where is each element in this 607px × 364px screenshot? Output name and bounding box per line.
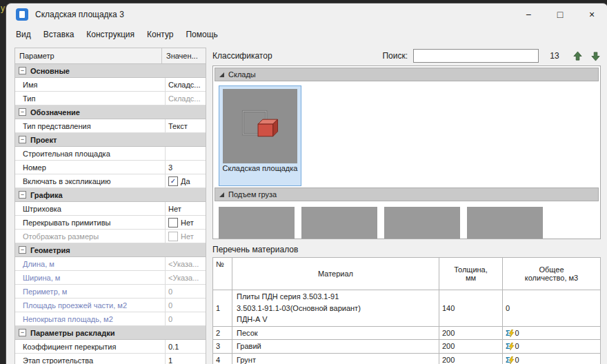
param-value[interactable]: <Указа... [166,257,206,270]
param-row[interactable]: Включать в экспликацию✓Да [15,174,206,188]
material-row[interactable]: 1Плиты ПДН серия 3.503.1-91 3.503.1-91.1… [213,290,601,327]
param-row[interactable]: Строительная площадка [15,147,206,161]
material-total[interactable]: Σ0 [503,326,601,340]
material-name[interactable]: Песок [232,326,439,340]
param-row[interactable]: Непокрытая площадь, м20 [15,312,206,326]
param-value[interactable] [166,147,206,160]
param-row[interactable]: ШтриховкаНет [15,202,206,216]
material-thickness[interactable]: 200 [439,353,503,364]
param-value[interactable]: ✓Да [166,174,206,188]
bolt-icon [509,330,514,337]
menu-item-kontur[interactable]: Контур [147,30,173,39]
param-value[interactable]: Нет [166,202,206,215]
param-value[interactable]: 0 [166,299,206,312]
minimize-button[interactable]: − [513,3,544,26]
material-num[interactable]: 1 [213,290,232,327]
material-name[interactable]: Гравий [232,340,439,354]
material-thickness[interactable]: 200 [439,326,503,340]
param-value[interactable]: 0 [166,285,206,298]
param-row[interactable]: Этап строительства1 [15,354,206,364]
classifier-tile[interactable] [219,207,295,239]
param-column-header[interactable]: Параметр [15,48,162,63]
param-row[interactable]: Длина, м<Указа... [15,257,206,271]
param-label: Перекрывать примитивы [15,216,166,229]
collapse-icon[interactable]: − [19,246,26,254]
menu-item-vid[interactable]: Вид [16,30,31,39]
param-row[interactable]: ТипСкладс... [15,92,206,105]
column-header-num[interactable]: № [213,258,232,290]
param-row[interactable]: Площадь проезжей части, м20 [15,299,206,312]
param-value[interactable]: Нет [166,216,206,229]
param-value[interactable]: Текст [166,119,206,132]
collapse-icon[interactable]: − [19,191,26,199]
param-value[interactable]: 1 [166,354,206,364]
up-arrow-icon[interactable] [573,51,583,61]
param-value[interactable]: 0 [166,312,206,325]
total-value: 0 [515,356,519,364]
param-row[interactable]: ИмяСкладс... [15,78,206,92]
group-header-podyem-gruza[interactable]: Подъем груза [215,188,599,201]
collapse-icon[interactable]: − [19,67,26,74]
material-total[interactable]: 0 [503,290,601,327]
titlebar[interactable]: Складская площадка 3 − □ × [6,3,607,26]
param-category-row[interactable]: −Основные [15,64,206,78]
down-arrow-icon[interactable] [590,51,601,61]
maximize-button[interactable]: □ [544,3,576,26]
menu-item-konstrukciya[interactable]: Конструкция [86,30,135,39]
param-category-row[interactable]: −Проект [15,133,206,147]
param-value[interactable]: Складс... [166,92,206,105]
column-header-total[interactable]: Общее количество, м3 [503,258,601,290]
checkbox[interactable]: ✓ [168,176,178,186]
param-row[interactable]: Номер3 [15,161,206,174]
collapse-icon[interactable]: − [19,108,26,116]
material-name[interactable]: Плиты ПДН серия 3.503.1-91 3.503.1-91.1-… [232,290,439,327]
material-thickness[interactable]: 200 [439,340,503,354]
menu-item-vstavka[interactable]: Вставка [43,30,74,39]
category-label: Проект [30,136,57,144]
param-value[interactable]: <Указа... [166,271,206,284]
param-row[interactable]: Периметр, м0 [15,285,206,299]
material-num[interactable]: 4 [213,353,232,364]
collapse-icon[interactable]: − [19,329,26,336]
material-name[interactable]: Грунт [232,353,439,364]
param-label: Тип [15,92,166,105]
classifier-item-selected[interactable]: Складская площадка [219,85,301,186]
param-value-text: 3 [168,163,172,172]
param-category-row[interactable]: −Графика [15,188,206,202]
material-total[interactable]: Σ0 [503,353,601,364]
material-total[interactable]: Σ0 [503,340,601,354]
param-value[interactable]: Нет [166,230,206,243]
material-row[interactable]: 2Песок200Σ0 [213,326,601,340]
param-value[interactable]: 3 [166,161,206,174]
column-header-material[interactable]: Материал [232,258,439,290]
param-label: Номер [15,161,166,174]
search-input[interactable] [413,49,539,63]
material-num[interactable]: 2 [213,326,232,340]
param-category-row[interactable]: −Геометрия [15,243,206,257]
material-num[interactable]: 3 [213,340,232,354]
checkbox[interactable] [168,232,178,241]
param-row[interactable]: Коэффициент перекрытия0.1 [15,340,206,354]
value-column-header[interactable]: Значен... [162,48,206,63]
param-value[interactable]: Складс... [166,78,206,91]
material-row[interactable]: 4Грунт200Σ0 [213,353,601,364]
param-value[interactable]: 0.1 [166,340,206,353]
classifier-tile[interactable] [384,207,460,239]
column-header-thickness[interactable]: Толщина, мм [439,258,503,290]
collapse-icon[interactable]: − [19,136,26,143]
param-row[interactable]: Перекрывать примитивыНет [15,216,206,230]
material-row[interactable]: 3Гравий200Σ0 [213,340,601,354]
close-button[interactable]: × [576,3,607,26]
classifier-tile[interactable] [467,207,543,239]
group-header-sklady[interactable]: Склады [215,68,599,81]
param-row[interactable]: Ширина, м<Указа... [15,271,206,285]
menu-item-pomosch[interactable]: Помощь [186,30,217,39]
param-row[interactable]: Отображать размерыНет [15,230,206,243]
warehouse-thumbnail [223,89,297,163]
param-category-row[interactable]: −Параметры раскладки [15,326,206,340]
classifier-tile[interactable] [301,207,377,239]
checkbox[interactable] [168,218,178,228]
param-category-row[interactable]: −Обозначение [15,105,206,119]
material-thickness[interactable]: 140 [439,290,503,327]
param-row[interactable]: Тип представленияТекст [15,119,206,133]
